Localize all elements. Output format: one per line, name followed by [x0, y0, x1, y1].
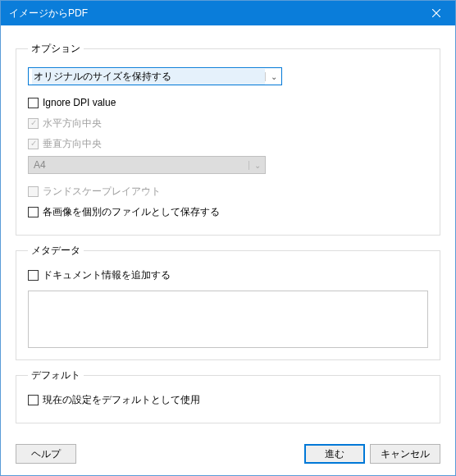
- paper-size-select: A4 ⌄: [28, 156, 266, 174]
- options-legend: オプション: [28, 42, 84, 56]
- cancel-button[interactable]: キャンセル: [370, 444, 440, 464]
- help-button[interactable]: ヘルプ: [16, 444, 76, 464]
- save-each-label: 各画像を個別のファイルとして保存する: [43, 205, 220, 219]
- metadata-legend: メタデータ: [28, 244, 84, 258]
- size-mode-value: オリジナルのサイズを保持する: [32, 69, 265, 85]
- defaults-legend: デフォルト: [28, 368, 84, 382]
- center-v-checkbox: [28, 139, 39, 149]
- paper-size-value: A4: [32, 158, 249, 172]
- window-title: イメージからPDF: [9, 7, 417, 21]
- center-v-label: 垂直方向中央: [43, 137, 102, 151]
- size-mode-select[interactable]: オリジナルのサイズを保持する ⌄: [28, 67, 282, 85]
- center-v-row: 垂直方向中央: [28, 135, 428, 153]
- center-h-label: 水平方向中央: [43, 117, 102, 130]
- use-current-defaults-label: 現在の設定をデフォルトとして使用: [43, 393, 200, 407]
- dialog-window: イメージからPDF オプション オリジナルのサイズを保持する ⌄ Ignore …: [0, 0, 456, 476]
- add-doc-info-row[interactable]: ドキュメント情報を追加する: [28, 266, 428, 284]
- save-each-row[interactable]: 各画像を個別のファイルとして保存する: [28, 203, 428, 221]
- dialog-content: オプション オリジナルのサイズを保持する ⌄ Ignore DPI value …: [1, 25, 455, 475]
- spacer: [81, 444, 299, 464]
- close-icon: [432, 9, 440, 17]
- spacer: [16, 423, 440, 431]
- defaults-group: デフォルト 現在の設定をデフォルトとして使用: [16, 368, 440, 423]
- ok-button[interactable]: 進む: [304, 444, 365, 464]
- center-h-checkbox: [28, 118, 39, 129]
- chevron-down-icon: ⌄: [249, 161, 262, 170]
- ignore-dpi-checkbox[interactable]: [28, 98, 39, 108]
- landscape-checkbox: [28, 186, 39, 197]
- add-doc-info-label: ドキュメント情報を追加する: [43, 268, 171, 282]
- close-button[interactable]: [417, 1, 455, 25]
- titlebar: イメージからPDF: [1, 1, 455, 25]
- metadata-group: メタデータ ドキュメント情報を追加する: [16, 244, 440, 360]
- landscape-row: ランドスケープレイアウト: [28, 182, 428, 200]
- button-bar: ヘルプ 進む キャンセル: [16, 444, 440, 464]
- ignore-dpi-label: Ignore DPI value: [43, 97, 116, 108]
- landscape-label: ランドスケープレイアウト: [43, 185, 161, 199]
- doc-info-textarea[interactable]: [28, 291, 428, 348]
- center-h-row: 水平方向中央: [28, 114, 428, 132]
- use-current-defaults-checkbox[interactable]: [28, 395, 39, 405]
- ignore-dpi-row[interactable]: Ignore DPI value: [28, 94, 428, 112]
- add-doc-info-checkbox[interactable]: [28, 270, 39, 281]
- use-current-defaults-row[interactable]: 現在の設定をデフォルトとして使用: [28, 391, 428, 409]
- chevron-down-icon: ⌄: [265, 72, 278, 81]
- save-each-checkbox[interactable]: [28, 207, 39, 217]
- options-group: オプション オリジナルのサイズを保持する ⌄ Ignore DPI value …: [16, 42, 440, 236]
